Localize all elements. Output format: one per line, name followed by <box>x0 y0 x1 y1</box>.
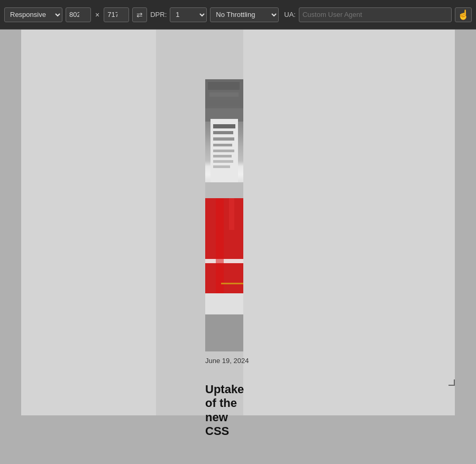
width-input[interactable] <box>66 7 91 22</box>
viewport-area: June 19, 2024 Uptake of the new CSS <box>0 30 476 464</box>
responsive-select[interactable]: Responsive <box>4 7 62 22</box>
svg-rect-17 <box>205 263 243 293</box>
left-grey-panel <box>21 30 156 415</box>
dimension-separator: × <box>94 11 100 19</box>
svg-rect-2 <box>209 92 239 97</box>
article-title: Uptake of the new CSS <box>205 383 243 439</box>
resize-handle[interactable] <box>448 379 455 386</box>
svg-rect-9 <box>213 144 232 146</box>
svg-rect-19 <box>205 314 243 351</box>
svg-rect-18 <box>205 293 243 314</box>
svg-rect-16 <box>205 259 243 263</box>
touch-mode-button[interactable]: ☝ <box>455 7 472 22</box>
height-input[interactable] <box>104 7 129 22</box>
svg-rect-20 <box>216 198 224 293</box>
dpr-select[interactable]: 1 <box>170 7 207 22</box>
svg-rect-22 <box>221 283 243 284</box>
article-image-inner <box>205 79 243 351</box>
svg-rect-10 <box>213 150 234 152</box>
throttling-select[interactable]: No Throttling <box>210 7 279 22</box>
svg-rect-14 <box>205 182 243 198</box>
svg-rect-6 <box>213 124 235 128</box>
svg-rect-1 <box>208 82 240 90</box>
rotate-icon: ⇄ <box>136 11 143 19</box>
right-grey-panel <box>243 30 455 415</box>
dpr-label: DPR: <box>150 11 167 18</box>
touch-icon: ☝ <box>457 9 469 21</box>
article-photo-svg <box>205 79 243 351</box>
svg-rect-21 <box>229 198 234 230</box>
ua-label: UA: <box>284 11 296 18</box>
svg-rect-12 <box>213 160 233 163</box>
svg-rect-11 <box>213 155 232 157</box>
devtools-toolbar: Responsive × ⇄ DPR: 1 No Throttling UA: … <box>0 0 476 30</box>
svg-rect-8 <box>213 137 234 141</box>
ua-input[interactable] <box>299 7 452 22</box>
rotate-button[interactable]: ⇄ <box>132 7 147 22</box>
svg-rect-7 <box>213 131 233 134</box>
article-image <box>205 79 243 351</box>
svg-rect-3 <box>207 100 241 106</box>
svg-rect-13 <box>213 165 230 168</box>
article-date: June 19, 2024 <box>205 356 249 366</box>
